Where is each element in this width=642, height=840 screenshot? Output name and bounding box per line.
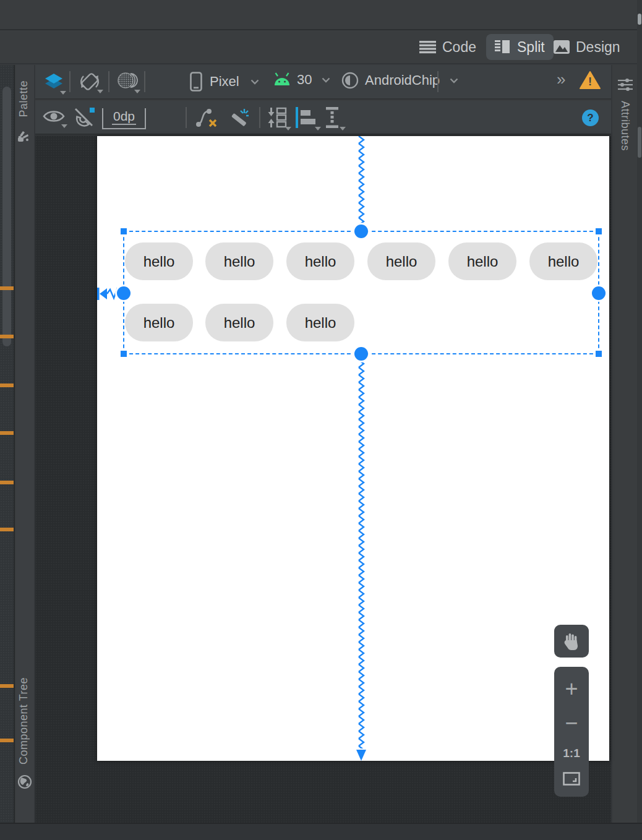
divider [144,71,145,92]
resize-handle-top-left[interactable] [121,228,127,234]
warning-stripe-mark[interactable] [0,528,14,531]
tab-code[interactable]: Code [419,32,476,62]
device-label: Pixel [210,74,239,90]
divider [437,71,439,92]
resize-handle-bottom-left[interactable] [121,351,127,357]
code-lines-icon [419,40,436,54]
chip[interactable]: hello [367,242,435,280]
warning-stripe-mark[interactable] [0,431,14,435]
window-scrollbar[interactable] [637,0,642,840]
default-margin-control[interactable]: 0dp [102,108,146,129]
view-options-button[interactable] [43,108,65,124]
constraint-spring-top [356,136,366,226]
warning-stripe-mark[interactable] [0,384,14,387]
tab-code-label: Code [442,39,476,56]
editor-mode-tabs: Code Split Design [0,32,642,64]
android-icon [273,72,291,88]
zoom-to-fit-button[interactable] [563,772,580,786]
warning-exclamation: ! [580,71,601,88]
chevron-down-icon [450,78,458,84]
constraint-spring-bottom [356,360,366,761]
chip[interactable]: hello [286,304,354,341]
zoom-in-button[interactable]: + [565,678,578,700]
warning-stripe-mark[interactable] [0,286,14,290]
chip-label: hello [143,253,175,270]
clear-constraints-button[interactable] [195,108,220,130]
device-canvas[interactable]: hello hello hello hello hello hello hell… [97,136,609,761]
constraint-anchor-bottom[interactable] [354,347,368,361]
rotate-device-icon [79,71,101,92]
zoom-controls-panel: + − 1:1 [554,667,589,797]
align-button[interactable] [295,107,317,128]
zoom-out-button[interactable]: − [565,712,578,734]
api-level-selector[interactable]: 30 [273,72,330,88]
scrollbar-thumb[interactable] [638,127,641,158]
chip[interactable]: hello [125,242,193,280]
chip-label: hello [224,253,255,270]
window-top-bar [0,0,642,30]
clear-constraints-icon [195,108,220,130]
phone-icon [190,72,202,92]
chevron-down-icon [340,127,346,131]
tab-split[interactable]: Split [486,34,554,60]
api-level-label: 30 [297,72,312,88]
tab-split-label: Split [517,39,545,56]
constraint-anchor-right[interactable] [592,286,606,300]
theme-selector[interactable]: AndroidChip [341,72,458,89]
chevron-down-icon [61,124,67,128]
left-tool-strip: Palette Component Tree [16,65,35,823]
orientation-button[interactable] [79,71,101,92]
infer-constraints-button[interactable] [228,108,252,130]
distribute-button[interactable] [323,107,342,128]
chip-label: hello [143,314,175,332]
warning-stripe-mark[interactable] [0,335,14,338]
chip[interactable]: hello [529,242,597,280]
surface-mode-button[interactable] [44,72,64,91]
warning-stripe-mark[interactable] [0,481,14,484]
hand-icon [563,633,580,650]
device-selector[interactable]: Pixel [190,72,259,92]
constraint-anchor-left[interactable] [117,286,131,300]
chip[interactable]: hello [286,242,354,280]
resize-handle-top-right[interactable] [596,228,602,234]
editor-error-stripe[interactable] [0,65,15,823]
divider [69,71,71,92]
scrollbar-thumb[interactable] [2,87,11,346]
chip[interactable]: hello [205,304,273,341]
component-tree-tab[interactable]: Component Tree [17,677,32,789]
chip-label: hello [386,253,417,270]
chevron-down-icon [134,90,140,93]
scrollbar-thumb[interactable] [638,14,641,25]
eye-icon [43,108,65,124]
constraint-toolbar: 0dp [35,101,611,135]
chip[interactable]: hello [125,304,193,341]
warnings-button[interactable]: ! [580,71,601,90]
toolbar-overflow-button[interactable]: » [557,70,567,89]
palette-tab[interactable]: Palette [17,80,31,142]
divider [259,107,260,128]
pack-button[interactable] [267,107,288,128]
help-button[interactable]: ? [582,109,599,126]
tab-design-label: Design [576,39,620,56]
status-bar [0,823,642,840]
chip-label: hello [305,314,336,332]
layout-editor-window: Code Split Design [0,0,642,840]
chip[interactable]: hello [205,242,273,280]
zoom-ratio-button[interactable]: 1:1 [563,747,580,760]
component-tree-label: Component Tree [17,677,30,765]
design-surface[interactable]: hello hello hello hello hello hello hell… [35,135,611,823]
constraint-anchor-top[interactable] [354,225,368,238]
attributes-tab[interactable]: Attributes [618,77,633,153]
autoconnect-toggle[interactable] [74,106,96,129]
night-mode-button[interactable] [117,72,138,92]
chevron-down-icon [322,77,330,83]
warning-stripe-mark[interactable] [0,684,14,688]
pan-button[interactable] [554,625,589,658]
resize-handle-bottom-right[interactable] [596,351,602,357]
chevron-down-icon [97,90,103,93]
chip[interactable]: hello [448,242,516,280]
warning-stripe-mark[interactable] [0,739,14,742]
tab-design[interactable]: Design [554,32,620,62]
split-view-icon [495,40,511,54]
day-night-icon [117,72,138,92]
